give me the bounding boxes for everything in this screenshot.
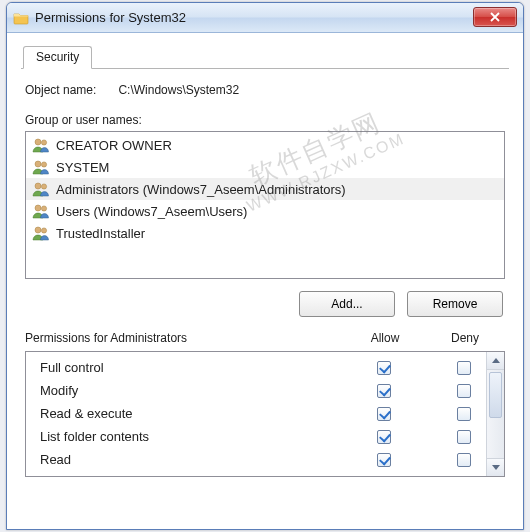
deny-header: Deny — [425, 331, 505, 345]
list-item-label: SYSTEM — [56, 160, 109, 175]
svg-point-2 — [35, 161, 41, 167]
allow-checkbox[interactable] — [377, 430, 391, 444]
list-item-label: TrustedInstaller — [56, 226, 145, 241]
deny-checkbox[interactable] — [457, 407, 471, 421]
permission-name: Modify — [40, 383, 344, 398]
svg-point-9 — [41, 228, 46, 233]
scroll-thumb[interactable] — [489, 372, 502, 418]
list-item-label: CREATOR OWNER — [56, 138, 172, 153]
object-value: C:\Windows\System32 — [118, 83, 239, 97]
svg-point-4 — [35, 183, 41, 189]
allow-checkbox[interactable] — [377, 361, 391, 375]
permissions-listbox[interactable]: Full controlModifyRead & executeList fol… — [25, 351, 505, 477]
scrollbar[interactable] — [486, 352, 504, 476]
svg-point-1 — [41, 140, 46, 145]
close-button[interactable] — [473, 7, 517, 27]
users-icon — [32, 203, 50, 219]
remove-button[interactable]: Remove — [407, 291, 503, 317]
permission-row: List folder contents — [26, 425, 504, 448]
svg-point-3 — [41, 162, 46, 167]
permission-name: List folder contents — [40, 429, 344, 444]
list-item[interactable]: SYSTEM — [26, 156, 504, 178]
scroll-up-button[interactable] — [487, 352, 504, 370]
deny-checkbox[interactable] — [457, 384, 471, 398]
permissions-label: Permissions for Administrators — [25, 331, 345, 345]
object-row: Object name: C:\Windows\System32 — [25, 83, 505, 97]
tabstrip: Security — [21, 45, 509, 69]
groups-label: Group or user names: — [25, 113, 505, 127]
svg-point-6 — [35, 205, 41, 211]
users-icon — [32, 225, 50, 241]
scroll-down-button[interactable] — [487, 458, 504, 476]
users-icon — [32, 137, 50, 153]
object-label: Object name: — [25, 83, 96, 97]
permission-name: Read & execute — [40, 406, 344, 421]
list-item-label: Users (Windows7_Aseem\Users) — [56, 204, 247, 219]
add-button[interactable]: Add... — [299, 291, 395, 317]
deny-checkbox[interactable] — [457, 361, 471, 375]
titlebar[interactable]: Permissions for System32 — [7, 3, 523, 33]
button-row: Add... Remove — [25, 279, 505, 331]
deny-checkbox[interactable] — [457, 453, 471, 467]
window-title: Permissions for System32 — [35, 10, 186, 25]
svg-point-0 — [35, 139, 41, 145]
permission-row: Modify — [26, 379, 504, 402]
svg-point-7 — [41, 206, 46, 211]
permissions-dialog: Permissions for System32 Security Object… — [6, 2, 524, 530]
svg-point-5 — [41, 184, 46, 189]
list-item[interactable]: TrustedInstaller — [26, 222, 504, 244]
tab-label: Security — [36, 50, 79, 64]
list-item[interactable]: Administrators (Windows7_Aseem\Administr… — [26, 178, 504, 200]
folder-icon — [13, 10, 29, 26]
users-icon — [32, 181, 50, 197]
list-item[interactable]: CREATOR OWNER — [26, 134, 504, 156]
users-icon — [32, 159, 50, 175]
svg-point-8 — [35, 227, 41, 233]
allow-checkbox[interactable] — [377, 384, 391, 398]
list-item-label: Administrators (Windows7_Aseem\Administr… — [56, 182, 346, 197]
permission-name: Read — [40, 452, 344, 467]
allow-header: Allow — [345, 331, 425, 345]
permission-row: Read — [26, 448, 504, 471]
client-area: Security Object name: C:\Windows\System3… — [7, 33, 523, 529]
list-item[interactable]: Users (Windows7_Aseem\Users) — [26, 200, 504, 222]
permission-row: Read & execute — [26, 402, 504, 425]
permission-name: Full control — [40, 360, 344, 375]
allow-checkbox[interactable] — [377, 453, 391, 467]
deny-checkbox[interactable] — [457, 430, 471, 444]
allow-checkbox[interactable] — [377, 407, 391, 421]
permissions-header: Permissions for Administrators Allow Den… — [25, 331, 505, 345]
permission-row: Full control — [26, 356, 504, 379]
groups-listbox[interactable]: CREATOR OWNERSYSTEMAdministrators (Windo… — [25, 131, 505, 279]
tab-security[interactable]: Security — [23, 46, 92, 69]
